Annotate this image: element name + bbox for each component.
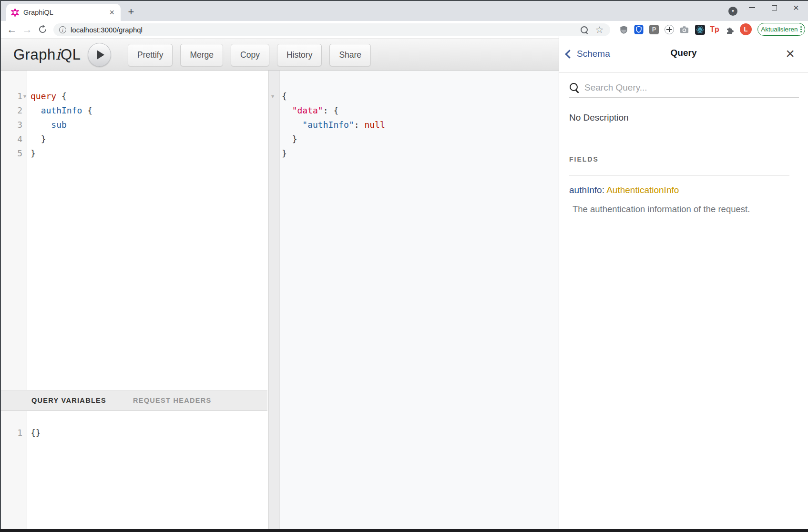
new-tab-button[interactable]: + <box>125 6 137 18</box>
graphql-favicon-icon <box>11 9 19 17</box>
tab-strip: GraphiQL × + ▼ × <box>0 0 808 21</box>
extension-camera-icon[interactable] <box>677 23 691 36</box>
window-close-button[interactable]: × <box>786 0 807 15</box>
bookmark-star-icon[interactable]: ☆ <box>595 25 603 34</box>
window-left-border <box>0 0 1 532</box>
merge-button[interactable]: Merge <box>180 44 223 66</box>
result-line: } <box>282 132 297 146</box>
browser-toolbar: ← → i localhost:3000/graphql ☆ <box>1 21 808 38</box>
refresh-button[interactable] <box>35 22 50 37</box>
extensions-puzzle-icon[interactable] <box>723 23 736 36</box>
doc-explorer-header: Schema Query × <box>559 36 808 72</box>
extension-crosshair-icon[interactable] <box>663 23 676 36</box>
url-text: localhost:3000/graphql <box>71 26 580 34</box>
tab-search-icon[interactable]: ▼ <box>728 7 737 16</box>
line-number: 2 <box>1 103 22 118</box>
doc-fields-divider <box>569 175 789 176</box>
result-fold-gutter: ▾ <box>269 71 280 529</box>
tab-close-icon[interactable]: × <box>108 8 116 17</box>
editor-column: 1 2 3 4 5 ▾ query { authInfo { sub } } Q… <box>1 71 267 529</box>
variables-editor-gutter: 1 <box>1 411 27 529</box>
tab-title: GraphiQL <box>23 9 108 16</box>
doc-search-input[interactable] <box>583 82 799 93</box>
profile-avatar[interactable]: L <box>740 23 752 35</box>
line-number: 1 <box>1 89 22 103</box>
extension-p-icon[interactable]: P <box>647 23 661 36</box>
browser-window: GraphiQL × + ▼ × ← → i localhost:3000/gr… <box>0 0 808 532</box>
doc-field-row: authInfo: AuthenticationInfo <box>569 185 679 195</box>
forward-button[interactable]: → <box>20 22 34 37</box>
result-line: "authInfo": null <box>282 118 385 132</box>
line-number: 3 <box>1 118 22 132</box>
doc-no-description: No Description <box>569 113 629 123</box>
window-bottom-border <box>0 529 808 532</box>
doc-field-type-link[interactable]: AuthenticationInfo <box>606 185 679 195</box>
code-line: sub <box>31 118 67 132</box>
line-number: 4 <box>1 132 22 146</box>
address-bar[interactable]: i localhost:3000/graphql ☆ <box>53 23 610 36</box>
line-number: 5 <box>1 146 22 161</box>
code-line: authInfo { <box>31 103 92 118</box>
history-button[interactable]: History <box>277 44 322 66</box>
window-maximize-button[interactable] <box>764 0 785 15</box>
back-button[interactable]: ← <box>5 22 19 37</box>
code-line: query { <box>31 89 67 103</box>
secondary-editor-tabbar: QUERY VARIABLES REQUEST HEADERS <box>1 390 267 411</box>
doc-close-icon[interactable]: × <box>786 43 795 64</box>
code-line: } <box>31 146 36 161</box>
result-line: { <box>282 89 287 103</box>
play-icon <box>97 50 104 60</box>
fold-arrow-icon[interactable]: ▾ <box>23 93 26 100</box>
chrome-update-menu-button[interactable]: Aktualisieren <box>757 23 805 36</box>
result-pane: ▾ { "data": { "authInfo": null } } <box>268 71 560 529</box>
graphiql-logo: GraphiQL <box>13 46 81 63</box>
toolbar-buttons: Prettify Merge Copy History Share <box>128 44 371 66</box>
copy-button[interactable]: Copy <box>231 44 269 66</box>
kebab-menu-icon <box>800 25 802 33</box>
doc-field-colon: : <box>602 185 607 195</box>
tab-request-headers[interactable]: REQUEST HEADERS <box>133 390 212 410</box>
result-line: } <box>282 146 287 161</box>
share-button[interactable]: Share <box>329 44 371 66</box>
doc-search-box[interactable] <box>569 78 799 98</box>
line-number: 1 <box>1 426 22 440</box>
site-info-icon[interactable]: i <box>59 26 66 33</box>
extension-ublock-icon[interactable] <box>617 23 630 36</box>
browser-tab-graphiql[interactable]: GraphiQL × <box>6 4 121 21</box>
window-minimize-button[interactable] <box>741 0 762 15</box>
query-editor-gutter: 1 2 3 4 5 <box>1 71 27 390</box>
variables-editor[interactable]: 1 {} <box>1 411 267 529</box>
doc-explorer-title: Query <box>559 48 808 58</box>
doc-field-name-link[interactable]: authInfo <box>569 185 602 195</box>
code-line: } <box>31 132 46 146</box>
extension-react-devtools-icon[interactable] <box>693 23 706 36</box>
fold-arrow-icon[interactable]: ▾ <box>271 93 274 100</box>
search-icon <box>569 82 580 93</box>
update-label: Aktualisieren <box>761 26 798 33</box>
extension-bitwarden-icon[interactable] <box>632 23 645 36</box>
doc-field-description: The authentication information of the re… <box>573 204 750 215</box>
result-line: "data": { <box>282 103 338 118</box>
doc-explorer-panel: Schema Query × No Description FIELDS aut… <box>559 36 808 529</box>
extension-tampermonkey-icon[interactable]: Tp <box>708 23 721 36</box>
execute-query-button[interactable] <box>88 43 111 67</box>
zoom-indicator-icon[interactable] <box>580 26 589 34</box>
doc-fields-label: FIELDS <box>569 155 599 163</box>
code-line: {} <box>31 426 41 440</box>
prettify-button[interactable]: Prettify <box>128 44 173 66</box>
window-top-border <box>0 0 808 1</box>
tab-query-variables[interactable]: QUERY VARIABLES <box>31 390 106 410</box>
